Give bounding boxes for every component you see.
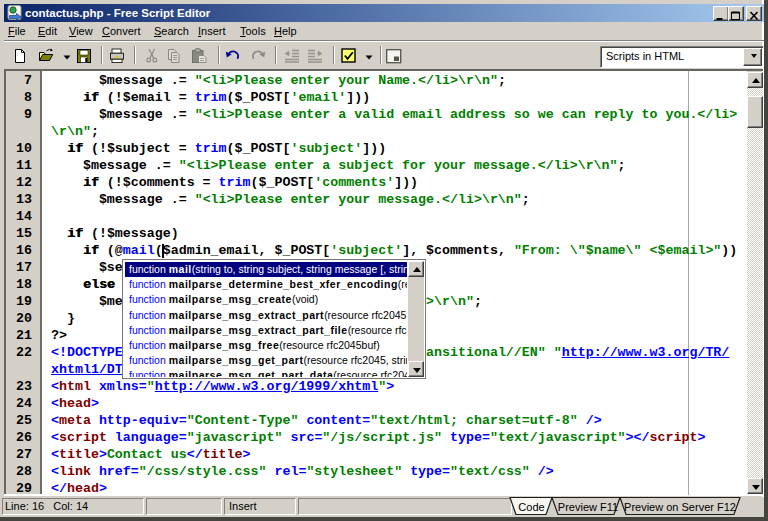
svg-text:Preview on Server F12: Preview on Server F12 <box>624 501 736 513</box>
svg-text:Preview F11: Preview F11 <box>558 501 618 513</box>
svg-text:Code: Code <box>518 501 544 513</box>
